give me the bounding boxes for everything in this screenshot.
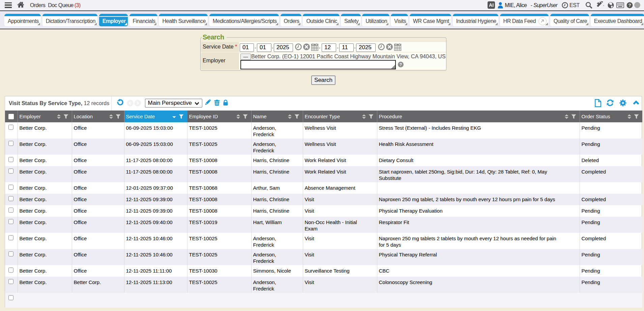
svg-text:?: ? xyxy=(628,3,631,8)
svg-text:?: ? xyxy=(400,62,402,67)
